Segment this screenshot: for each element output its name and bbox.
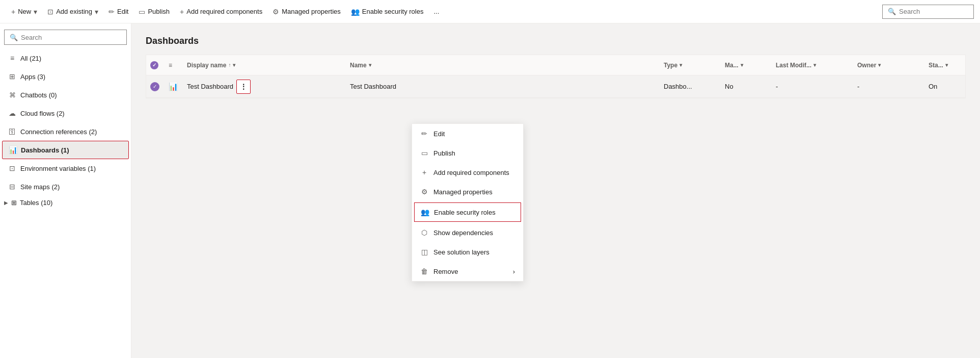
dashboards-icon: 📊 xyxy=(9,146,17,154)
ctx-enable-security[interactable]: 👥 Enable security roles xyxy=(414,202,521,222)
row-check[interactable]: ✓ xyxy=(150,82,159,91)
ctx-edit-icon: ✏ xyxy=(420,130,428,138)
row-display-name: Test Dashboard ⋮ xyxy=(183,80,346,94)
connection-references-icon: ⚿ xyxy=(8,127,16,136)
col-owner[interactable]: Owner ▾ xyxy=(853,62,924,69)
dashboard-row-icon: 📊 xyxy=(169,82,178,91)
sidebar-item-all[interactable]: ≡ All (21) xyxy=(0,49,131,67)
owner-sort-icon[interactable]: ▾ xyxy=(878,62,881,68)
add-existing-icon: ⊡ xyxy=(47,8,53,16)
row-checkbox[interactable]: ✓ xyxy=(146,82,165,91)
row-managed: No xyxy=(721,83,772,90)
row-icon-cell: 📊 xyxy=(165,82,183,91)
environment-variables-icon: ⊡ xyxy=(8,164,16,172)
ctx-remove[interactable]: 🗑 Remove › xyxy=(412,262,523,281)
col-name[interactable]: Name ▾ xyxy=(346,62,660,69)
ctx-add-required[interactable]: + Add required components xyxy=(412,163,523,182)
managed-properties-button[interactable]: ⚙ Managed properties xyxy=(267,0,346,23)
tables-icon: ⊞ xyxy=(11,199,17,207)
sidebar-item-dashboards[interactable]: 📊 Dashboards (1) xyxy=(2,141,129,159)
lastmod-sort-icon[interactable]: ▾ xyxy=(813,62,816,68)
ctx-show-dependencies[interactable]: ⬡ Show dependencies xyxy=(412,223,523,242)
new-button[interactable]: + New ▾ xyxy=(6,0,42,23)
more-options-button[interactable]: ... xyxy=(428,0,444,23)
ctx-dependencies-icon: ⬡ xyxy=(420,228,428,237)
ctx-see-solution-layers[interactable]: ◫ See solution layers xyxy=(412,242,523,262)
row-owner: - xyxy=(853,83,924,90)
ctx-layers-icon: ◫ xyxy=(420,248,428,256)
ctx-add-required-icon: + xyxy=(420,168,428,176)
col-type[interactable]: Type ▾ xyxy=(660,62,721,69)
main-layout: 🔍 ≡ All (21) ⊞ Apps (3) ⌘ Chatbots (0) ☁… xyxy=(0,23,980,358)
sidebar-item-connection-references[interactable]: ⚿ Connection references (2) xyxy=(0,122,131,141)
chevron-down-icon2: ▾ xyxy=(95,8,98,16)
row-status: On xyxy=(924,83,965,90)
add-existing-button[interactable]: ⊡ Add existing ▾ xyxy=(42,0,103,23)
tables-chevron-icon: ▶ xyxy=(4,200,8,206)
sidebar-search-container[interactable]: 🔍 xyxy=(4,30,127,45)
ctx-publish-icon: ▭ xyxy=(420,149,428,157)
table-container: ✓ ≡ Display name ↑ ▾ Name ▾ Type ▾ xyxy=(146,55,966,98)
ctx-security-icon: 👥 xyxy=(421,208,429,216)
add-required-icon: + xyxy=(180,8,184,16)
gear-icon: ⚙ xyxy=(273,8,279,16)
publish-button[interactable]: ▭ Publish xyxy=(133,0,175,23)
table-row[interactable]: ✓ 📊 Test Dashboard ⋮ Test Dashboard Dash… xyxy=(146,75,965,98)
row-type: Dashbo... xyxy=(660,83,721,90)
table-header: ✓ ≡ Display name ↑ ▾ Name ▾ Type ▾ xyxy=(146,55,965,75)
edit-icon: ✏ xyxy=(108,8,115,16)
sidebar-item-environment-variables[interactable]: ⊡ Environment variables (1) xyxy=(0,159,131,177)
col-display-name[interactable]: Display name ↑ ▾ xyxy=(183,62,346,69)
status-sort-icon[interactable]: ▾ xyxy=(945,62,948,68)
add-required-button[interactable]: + Add required components xyxy=(175,0,267,23)
ctx-managed-properties[interactable]: ⚙ Managed properties xyxy=(412,182,523,201)
content-area: Dashboards ✓ ≡ Display name ↑ ▾ xyxy=(131,23,980,358)
chatbots-icon: ⌘ xyxy=(8,91,16,99)
name-sort-icon[interactable]: ▾ xyxy=(369,62,371,68)
row-more-button[interactable]: ⋮ xyxy=(236,80,251,94)
sidebar-search-icon: 🔍 xyxy=(10,34,18,41)
edit-button[interactable]: ✏ Edit xyxy=(103,0,133,23)
type-sort-icon[interactable]: ▾ xyxy=(679,62,682,68)
search-input[interactable] xyxy=(899,8,968,15)
list-icon: ≡ xyxy=(169,62,172,69)
sort-asc-icon: ↑ xyxy=(228,62,231,68)
site-maps-icon: ⊟ xyxy=(8,183,16,191)
publish-icon: ▭ xyxy=(139,8,145,16)
ctx-remove-arrow-icon: › xyxy=(513,268,515,275)
sidebar-item-cloud-flows[interactable]: ☁ Cloud flows (2) xyxy=(0,104,131,122)
sidebar-item-chatbots[interactable]: ⌘ Chatbots (0) xyxy=(0,86,131,104)
chevron-down-icon: ▾ xyxy=(34,8,37,16)
ctx-remove-icon: 🗑 xyxy=(420,267,428,275)
sidebar-item-site-maps[interactable]: ⊟ Site maps (2) xyxy=(0,177,131,196)
col-managed[interactable]: Ma... ▾ xyxy=(721,62,772,69)
sidebar-search-input[interactable] xyxy=(21,34,121,41)
enable-security-button[interactable]: 👥 Enable security roles xyxy=(346,0,429,23)
toolbar-search[interactable]: 🔍 xyxy=(882,5,974,19)
ctx-edit[interactable]: ✏ Edit xyxy=(412,124,523,143)
ctx-publish[interactable]: ▭ Publish xyxy=(412,143,523,163)
sidebar-item-tables[interactable]: ▶ ⊞ Tables (10) xyxy=(0,196,131,210)
plus-icon: + xyxy=(11,8,15,16)
context-menu: ✏ Edit ▭ Publish + Add required componen… xyxy=(412,123,524,282)
col-last-modified[interactable]: Last Modif... ▾ xyxy=(772,62,853,69)
toolbar: + New ▾ ⊡ Add existing ▾ ✏ Edit ▭ Publis… xyxy=(0,0,980,23)
col-status[interactable]: Sta... ▾ xyxy=(924,62,965,69)
row-name: Test Dashboard xyxy=(346,83,660,90)
col-icon: ≡ xyxy=(165,62,183,69)
row-last-modified: - xyxy=(772,83,853,90)
cloud-flows-icon: ☁ xyxy=(8,109,16,117)
apps-icon: ⊞ xyxy=(8,72,16,81)
security-icon: 👥 xyxy=(351,8,360,16)
col-checkbox[interactable]: ✓ xyxy=(146,61,165,69)
select-all-check[interactable]: ✓ xyxy=(150,61,158,69)
ctx-gear-icon: ⚙ xyxy=(420,188,428,196)
sort-desc-icon[interactable]: ▾ xyxy=(233,62,235,68)
sidebar: 🔍 ≡ All (21) ⊞ Apps (3) ⌘ Chatbots (0) ☁… xyxy=(0,23,131,358)
search-icon: 🔍 xyxy=(888,8,896,15)
all-icon: ≡ xyxy=(8,54,16,62)
sidebar-item-apps[interactable]: ⊞ Apps (3) xyxy=(0,67,131,86)
page-title: Dashboards xyxy=(146,36,966,46)
managed-sort-icon[interactable]: ▾ xyxy=(741,62,743,68)
